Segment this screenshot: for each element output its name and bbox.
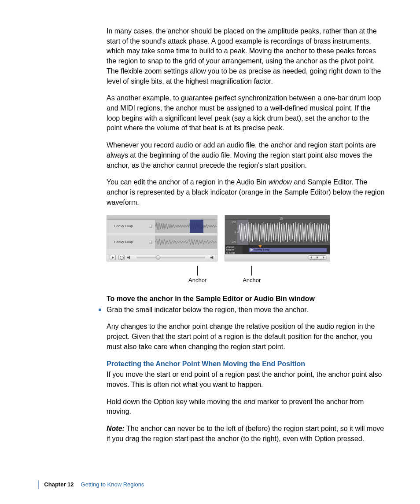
nav-pill[interactable]: [308, 255, 327, 260]
callout-row: Anchor Anchor: [107, 265, 385, 284]
transport-bar: [107, 254, 217, 261]
chapter-number: Chapter 12: [44, 481, 74, 489]
step-item: Grab the small indicator below the regio…: [99, 305, 385, 315]
body-paragraph: As another example, to guarantee perfect…: [107, 93, 385, 133]
figure-row: Heavy Loop Heavy Loop: [107, 215, 385, 261]
body-paragraph: Any changes to the anchor point change t…: [107, 322, 385, 352]
sample-editor-bottom-bar: [225, 254, 330, 261]
region-bar[interactable]: Heavy Loop: [249, 248, 327, 252]
callout-label: Anchor: [188, 276, 206, 284]
speaker-icon: [210, 256, 214, 260]
chevron-right-icon: [323, 256, 324, 259]
callout: Anchor: [188, 266, 206, 284]
task-heading: To move the anchor in the Sample Editor …: [107, 294, 385, 304]
body-paragraph: In many cases, the anchor should be plac…: [107, 26, 385, 86]
strip-labels: Anchor Region S. Loop: [225, 246, 243, 255]
waveform-area: 100 0 -100: [225, 220, 330, 245]
callout-line: [197, 266, 198, 276]
chapter-title: Getting to Know Regions: [81, 481, 144, 489]
track-label: Heavy Loop: [107, 220, 155, 233]
callout: Anchor: [243, 266, 261, 284]
play-icon: [112, 256, 114, 259]
body-paragraph: Whenever you record audio or add an audi…: [107, 140, 385, 170]
axis-label: 100: [232, 221, 236, 224]
svg-rect-1: [155, 235, 217, 249]
figure-audio-bin: Heavy Loop Heavy Loop: [107, 215, 217, 261]
callout-label: Anchor: [243, 276, 261, 284]
text: Hold down the Option key while moving th…: [107, 398, 243, 405]
selection-highlight: [190, 220, 203, 233]
note-label: Note:: [107, 425, 125, 432]
waveform: [155, 235, 217, 249]
axis-label: -100: [231, 240, 236, 244]
region-strip: Anchor Region S. Loop Heavy Loop: [225, 245, 330, 255]
italic-text: window: [269, 178, 292, 186]
volume-slider[interactable]: [136, 257, 205, 258]
page-footer: 354 Chapter 12 Getting to Know Regions: [0, 480, 144, 489]
track-label: Heavy Loop: [107, 235, 155, 249]
audio-bin-track: Heavy Loop: [107, 235, 217, 249]
note-paragraph: Note: The anchor can never be to the lef…: [107, 424, 385, 444]
text: The anchor can never be to the left of (…: [107, 425, 384, 442]
chevron-left-icon: [310, 256, 312, 259]
speaker-icon: [127, 256, 131, 260]
play-icon: [250, 248, 254, 252]
audio-bin-track: Heavy Loop: [107, 220, 217, 233]
figure-audio-bin-column: Heavy Loop Heavy Loop: [107, 215, 217, 261]
audio-bin-toolbar: [107, 215, 217, 220]
italic-text: end: [243, 398, 255, 405]
figure-sample-editor-column: 15 100 0 -100: [225, 215, 330, 261]
time-ruler: 15: [225, 215, 330, 220]
play-button[interactable]: [110, 255, 116, 260]
strip-label: Region: [226, 249, 241, 251]
amplitude-axis: 100 0 -100: [225, 220, 237, 245]
center-icon: [317, 257, 318, 258]
text: You can edit the anchor of a region in t…: [107, 178, 269, 186]
callout-line: [251, 266, 252, 276]
region-name: Heavy Loop: [254, 248, 269, 252]
body-paragraph: If you move the start or end point of a …: [107, 370, 385, 390]
loop-button[interactable]: [118, 255, 125, 260]
body-paragraph: Hold down the Option key while moving th…: [107, 397, 385, 417]
figure-sample-editor: 15 100 0 -100: [225, 215, 330, 261]
body-paragraph: You can edit the anchor of a region in t…: [107, 177, 385, 207]
axis-label: 0: [235, 231, 236, 235]
step-list: Grab the small indicator below the regio…: [107, 305, 385, 315]
waveform: [155, 220, 217, 233]
page: In many cases, the anchor should be plac…: [0, 0, 420, 504]
subheading: Protecting the Anchor Point When Moving …: [107, 359, 385, 369]
